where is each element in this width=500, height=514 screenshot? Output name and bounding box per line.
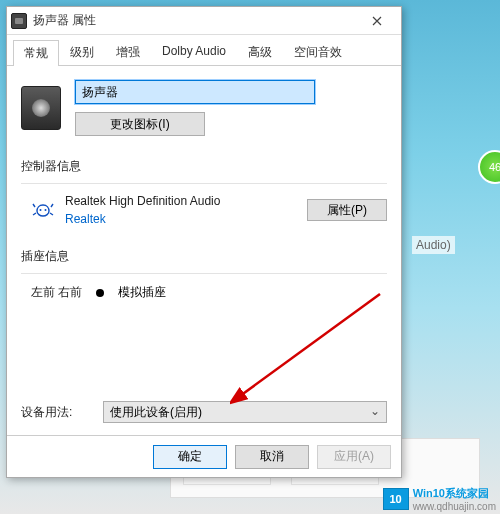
speaker-properties-window: 扬声器 属性 常规 级别 增强 Dolby Audio 高级 空间音效 更改图标…	[6, 6, 402, 478]
cancel-button[interactable]: 取消	[235, 445, 309, 469]
jack-section: 插座信息 左前 右前 模拟插座	[21, 248, 387, 301]
realtek-crab-icon	[31, 200, 55, 220]
device-row: 更改图标(I)	[21, 80, 387, 136]
watermark: 10 Win10系统家园 www.qdhuajin.com	[383, 486, 496, 512]
controller-name: Realtek High Definition Audio	[65, 194, 297, 208]
close-button[interactable]	[357, 9, 397, 33]
background-audio-label: Audio)	[412, 236, 455, 254]
apply-button[interactable]: 应用(A)	[317, 445, 391, 469]
controller-section-title: 控制器信息	[21, 158, 387, 175]
device-usage-row: 设备用法: 使用此设备(启用)	[21, 401, 387, 423]
tab-strip: 常规 级别 增强 Dolby Audio 高级 空间音效	[7, 35, 401, 66]
general-panel: 更改图标(I) 控制器信息 Realtek High Definition Au…	[7, 66, 401, 435]
jack-color-dot	[96, 289, 104, 297]
svg-point-1	[45, 209, 47, 211]
watermark-url: www.qdhuajin.com	[413, 501, 496, 512]
controller-section: 控制器信息 Realtek High Definition Audio Real…	[21, 158, 387, 226]
jack-type: 模拟插座	[118, 284, 166, 301]
controller-vendor-link[interactable]: Realtek	[65, 212, 297, 226]
speaker-icon	[11, 13, 27, 29]
tab-dolby[interactable]: Dolby Audio	[151, 39, 237, 65]
usage-selected-value: 使用此设备(启用)	[110, 404, 202, 421]
svg-point-0	[40, 209, 42, 211]
tab-general[interactable]: 常规	[13, 40, 59, 66]
change-icon-button[interactable]: 更改图标(I)	[75, 112, 205, 136]
tab-spatial[interactable]: 空间音效	[283, 39, 353, 65]
controller-properties-button[interactable]: 属性(P)	[307, 199, 387, 221]
device-name-input[interactable]	[75, 80, 315, 104]
usage-label: 设备用法:	[21, 404, 89, 421]
tab-advanced[interactable]: 高级	[237, 39, 283, 65]
window-title: 扬声器 属性	[33, 12, 357, 29]
jack-section-title: 插座信息	[21, 248, 387, 265]
divider	[21, 273, 387, 274]
watermark-logo-icon: 10	[383, 488, 409, 510]
dialog-footer: 确定 取消 应用(A)	[7, 435, 401, 477]
tab-levels[interactable]: 级别	[59, 39, 105, 65]
tab-enhance[interactable]: 增强	[105, 39, 151, 65]
ok-button[interactable]: 确定	[153, 445, 227, 469]
usage-select[interactable]: 使用此设备(启用)	[103, 401, 387, 423]
close-icon	[372, 16, 382, 26]
jack-position: 左前 右前	[31, 284, 82, 301]
watermark-brand: Win10系统家园	[413, 486, 496, 501]
titlebar: 扬声器 属性	[7, 7, 401, 35]
divider	[21, 183, 387, 184]
speaker-device-icon	[21, 86, 61, 130]
battery-badge: 46	[478, 150, 500, 184]
